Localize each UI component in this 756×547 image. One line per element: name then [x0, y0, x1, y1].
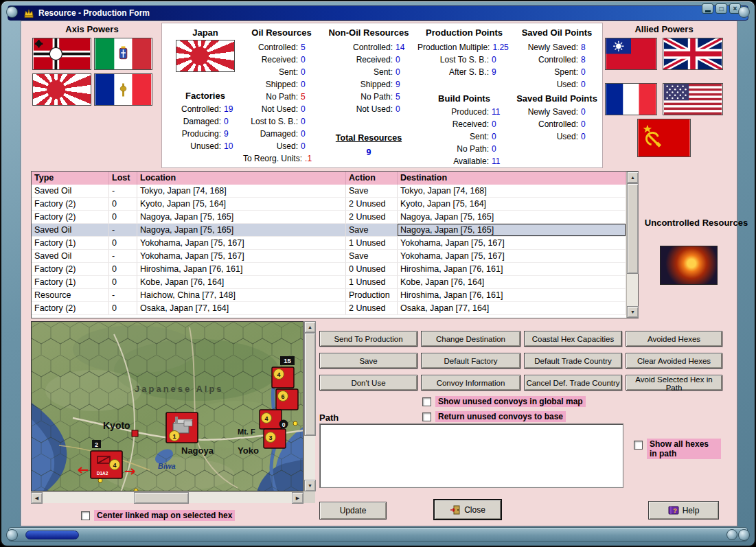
corner-ornament: [6, 6, 18, 18]
svg-text:15: 15: [284, 357, 291, 364]
column-header-type[interactable]: Type: [32, 172, 109, 185]
map-vscroll-thumb[interactable]: [304, 333, 316, 436]
table-cell: Saved Oil: [32, 224, 109, 237]
table-row[interactable]: Saved Oil-Nagoya, Japan [75, 165]SaveNag…: [32, 224, 638, 237]
uk-flag: [663, 38, 723, 70]
stat-row: To Reorg. Units:.1: [243, 152, 320, 165]
map-marker-dot: [293, 421, 297, 426]
map-vertical-scrollbar[interactable]: ▲ ▼: [303, 321, 315, 491]
default-factory-button[interactable]: Default Factory: [421, 353, 520, 369]
return-unused-convoys-row: Return unused convoys to base: [422, 411, 566, 422]
table-row[interactable]: Factory (2)0Osaka, Japan [77, 164]2 Unus…: [32, 302, 638, 315]
table-cell: Hiroshima, Japan [76, 161]: [398, 263, 626, 276]
path-display[interactable]: [319, 423, 623, 488]
show-all-hexes-row: Show all hexes in path: [634, 439, 721, 459]
table-cell: Kyoto, Japan [75, 164]: [398, 198, 626, 211]
show-all-hexes-checkbox[interactable]: [634, 441, 643, 450]
table-cell: Yokohama, Japan [75, 167]: [137, 237, 346, 250]
update-button[interactable]: Update: [319, 502, 387, 520]
column-header-destination[interactable]: Destination: [398, 172, 626, 185]
table-cell: 1 Unused: [346, 276, 398, 289]
stat-row: No Path:0: [417, 143, 511, 155]
clear-avoided-hexes-button[interactable]: Clear Avoided Hexes: [626, 353, 722, 369]
table-cell: Production: [346, 289, 398, 302]
don-t-use-button[interactable]: Don't Use: [319, 375, 417, 391]
allied-powers-title: Allied Powers: [602, 24, 726, 34]
table-row[interactable]: Factory (2)0Hiroshima, Japan [76, 161]0 …: [32, 263, 638, 276]
column-header-action[interactable]: Action: [346, 172, 398, 185]
show-unused-convoys-checkbox[interactable]: [422, 397, 431, 406]
scroll-up-button[interactable]: ▲: [627, 172, 639, 183]
close-button[interactable]: Close: [433, 499, 502, 520]
stat-row: Used:0: [514, 78, 600, 91]
table-cell: Factory (2): [32, 263, 109, 276]
table-row[interactable]: Resource-Haichow, China [77, 148]Product…: [32, 289, 638, 302]
titlebar[interactable]: Resource - Production Form: [8, 5, 748, 21]
map-label-nagoya: Nagoya: [181, 445, 214, 456]
table-scrollbar[interactable]: ▲ ▼: [626, 172, 638, 318]
map-horizontal-scrollbar[interactable]: ◀ ▶: [31, 491, 303, 503]
map-scroll-down-button[interactable]: ▼: [304, 480, 316, 491]
map-scroll-right-button[interactable]: ▶: [292, 492, 303, 504]
column-header-location[interactable]: Location: [137, 172, 346, 185]
default-trade-country-button[interactable]: Default Trade Country: [524, 353, 622, 369]
stat-row: Not Used:0: [243, 103, 320, 115]
table-row[interactable]: Factory (1)0Kobe, Japan [76, 164]1 Unuse…: [32, 276, 638, 289]
status-bar: [8, 527, 748, 542]
save-button[interactable]: Save: [319, 353, 417, 369]
table-cell: Saved Oil: [32, 250, 109, 263]
maximize-button[interactable]: □: [715, 3, 727, 14]
table-row[interactable]: Factory (1)0Yokohama, Japan [75, 167]1 U…: [32, 237, 638, 250]
column-header-lost[interactable]: Lost: [109, 172, 137, 185]
coastal-hex-capacities-button[interactable]: Coastal Hex Capacities: [524, 331, 622, 347]
scroll-thumb[interactable]: [627, 183, 639, 274]
stat-row: Spent:0: [514, 66, 600, 78]
factories-rows: Controlled:19Damaged:0Producing:9Unused:…: [168, 103, 243, 152]
avoided-hexes-button[interactable]: Avoided Hexes: [626, 331, 722, 347]
table-row[interactable]: Factory (2)0Nagoya, Japan [75, 165]2 Unu…: [32, 211, 638, 224]
map-label-japanese-alps: Japanese Alps: [135, 384, 224, 394]
cancel-def-trade-country-button[interactable]: Cancel Def. Trade Country: [524, 375, 622, 391]
minimize-button[interactable]: [702, 3, 713, 14]
stat-row: Available:11: [417, 155, 511, 167]
table-cell: Tokyo, Japan [74, 168]: [137, 185, 346, 198]
table-cell: Yokohama, Japan [75, 167]: [137, 250, 346, 263]
table-cell: -: [109, 224, 137, 237]
table-row[interactable]: Factory (2)0Kyoto, Japan [75, 164]2 Unus…: [32, 198, 638, 211]
map-hscroll-thumb[interactable]: [134, 492, 189, 504]
map-scroll-left-button[interactable]: ◀: [31, 492, 43, 504]
table-header: TypeLostLocationActionDestination: [32, 172, 638, 185]
change-destination-button[interactable]: Change Destination: [421, 331, 520, 347]
table-cell: Osaka, Japan [77, 164]: [398, 302, 626, 315]
svg-text:?: ?: [673, 507, 677, 514]
france-flag: [605, 83, 657, 115]
send-to-production-button[interactable]: Send To Production: [319, 331, 417, 347]
table-row[interactable]: Saved Oil-Yokohama, Japan [75, 167]SaveY…: [32, 250, 638, 263]
table-cell: Resource: [32, 289, 109, 302]
italy-flag: [94, 38, 152, 70]
table-cell: Hiroshima, Japan [76, 161]: [137, 263, 346, 276]
table-cell: 0 Unused: [346, 263, 398, 276]
svg-text:4: 4: [277, 371, 280, 378]
table-cell: Nagoya, Japan [75, 165]: [398, 224, 626, 237]
oil-resources-rows: Controlled:5Received:0Sent:0Shipped:0No …: [243, 41, 320, 165]
stat-row: Production Multiple:1.25: [417, 41, 511, 54]
stat-row: No Path:5: [323, 91, 415, 103]
help-button[interactable]: ? Help: [648, 501, 719, 520]
map[interactable]: Japanese Alps Kyoto Nagoya Yoko Mt. F Bi…: [31, 321, 303, 491]
status-circle[interactable]: [726, 529, 737, 540]
map-factory-counter[interactable]: 1: [166, 412, 198, 443]
avoid-selected-hex-in-path-button[interactable]: Avoid Selected Hex in Path: [626, 375, 722, 391]
svg-text:D1A2: D1A2: [97, 471, 108, 476]
table-row[interactable]: Saved Oil-Tokyo, Japan [74, 168]SaveToky…: [32, 185, 638, 198]
scroll-down-button[interactable]: ▼: [627, 306, 639, 318]
return-unused-convoys-checkbox[interactable]: [422, 412, 431, 421]
stat-row: After S. B.:9: [417, 66, 511, 78]
stat-row: Controlled:5: [243, 41, 320, 54]
table-cell: Factory (2): [32, 302, 109, 315]
center-map-checkbox[interactable]: [81, 511, 90, 520]
linked-map-panel: Japanese Alps Kyoto Nagoya Yoko Mt. F Bi…: [31, 321, 315, 503]
map-scroll-up-button[interactable]: ▲: [304, 321, 316, 333]
convoy-information-button[interactable]: Convoy Information: [421, 375, 520, 391]
map-label-mt-fuji: Mt. F: [238, 428, 255, 436]
